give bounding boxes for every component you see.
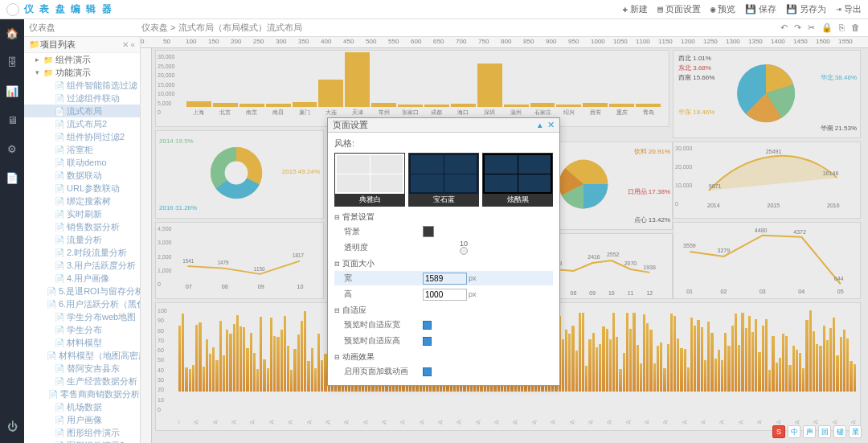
tree-item[interactable]: 📄替阿安吉县东 <box>24 362 140 375</box>
tree-item[interactable]: 📄3.用户活跃度分析 <box>24 259 140 272</box>
fb-3[interactable]: 回 <box>818 425 831 438</box>
pie-label: 2015 49.24% <box>282 168 320 175</box>
pie-year-panel[interactable]: 2014 19.5% 2015 49.24% 2016 31.26% <box>155 130 324 219</box>
pie-label: 西北 1.01% <box>678 54 711 63</box>
pin-icon[interactable]: ✕ « <box>122 40 135 49</box>
tree-folder[interactable]: ▾📁功能演示 <box>24 66 140 79</box>
fb-4[interactable]: 键 <box>833 425 846 438</box>
fb-1[interactable]: 中 <box>788 425 800 438</box>
height-input[interactable] <box>423 289 467 301</box>
bg-color-swatch[interactable] <box>423 226 434 237</box>
tree-item[interactable]: 📄2.时段流量分析 <box>24 246 140 259</box>
sidebar[interactable]: 📁 项目列表 ✕ « ▸📁组件演示 ▾📁功能演示 📄组件智能筛选过滤📄过滤组件联… <box>24 37 141 443</box>
pie-label: 点心 13.42% <box>634 215 670 224</box>
undo-icon[interactable]: ↶ <box>780 23 788 33</box>
rail-dashboard-icon[interactable]: 📊 <box>5 84 19 98</box>
tree-item[interactable]: 📄机场数据 <box>24 400 140 413</box>
tree-item[interactable]: 📄生产经营数据分析 <box>24 375 140 388</box>
section-size[interactable]: ⊟页面大小 <box>334 258 553 269</box>
cut-icon[interactable]: ✂ <box>808 23 815 33</box>
fb-s[interactable]: S <box>772 425 785 438</box>
fb-2[interactable]: 声 <box>803 425 816 438</box>
svg-text:2014: 2014 <box>707 203 720 209</box>
save-icon: 💾 <box>745 4 756 14</box>
width-input[interactable] <box>423 273 467 285</box>
theme-blue[interactable]: 宝石蓝 <box>408 153 479 207</box>
bar-chart-panel[interactable]: 30,00025,00020,00015,00010,0005,0000 上海北… <box>155 50 669 127</box>
line-mini-panel-1[interactable]: 4,5003,0002,0001,0000 15411479 11501817 … <box>155 222 324 299</box>
tree-item[interactable]: 📄流式布局 <box>24 105 140 117</box>
tree-item[interactable]: 📄流式布局2 <box>24 117 140 130</box>
pie-region-panel[interactable]: 西北 1.01% 东北 3.68% 西南 15.66% 华北 38.46% 华南… <box>673 50 861 138</box>
tree-item[interactable]: 📄学生分布 <box>24 323 140 336</box>
svg-text:2070: 2070 <box>624 260 637 266</box>
pie-label: 华东 18.46% <box>678 108 714 117</box>
section-anim[interactable]: ⊟动画效果 <box>334 351 553 363</box>
line-mini-panel-2[interactable]: 20182416 25522070 1938 0708 0910 1112 <box>544 233 673 299</box>
tree-item[interactable]: 📄URL参数联动 <box>24 182 140 195</box>
tree-item[interactable]: 📄实时刷新 <box>24 207 140 220</box>
theme-black[interactable]: 炫酷黑 <box>482 153 553 207</box>
tree-item[interactable]: 📄材料模型 <box>24 336 140 349</box>
tree-item[interactable]: 📄数据联动 <box>24 169 140 182</box>
page-settings-button[interactable]: ▤页面设置 <box>657 3 701 15</box>
delete-icon[interactable]: 🗑 <box>851 23 860 33</box>
adapt-w-checkbox[interactable] <box>423 321 432 330</box>
line-chart: 20182416 25522070 1938 0708 0910 1112 <box>545 234 672 298</box>
pie-label: 西南 15.66% <box>678 73 714 82</box>
tree-item[interactable]: 📄图形组件演示2 <box>24 439 140 443</box>
tree-item[interactable]: 📄组件智能筛选过滤 <box>24 79 140 92</box>
tree-item[interactable]: 📄图形组件演示 <box>24 426 140 439</box>
tree-item[interactable]: 📄5.是退ROI与留存分析 <box>24 285 140 297</box>
export-button[interactable]: ⇥导出 <box>836 3 862 15</box>
close-icon[interactable]: ✕ <box>547 120 555 130</box>
modal-header[interactable]: 页面设置 ▴ ✕ <box>328 118 559 133</box>
rail-power-icon[interactable]: ⏻ <box>5 419 19 433</box>
save-as-button[interactable]: 💾另存为 <box>786 3 826 15</box>
anim-checkbox[interactable] <box>423 367 432 376</box>
app-title: 仪 表 盘 编 辑 器 <box>24 2 113 16</box>
tree-item[interactable]: 📄组件协同过滤2 <box>24 130 140 143</box>
tree-folder[interactable]: ▸📁组件演示 <box>24 53 140 66</box>
pie-label: 日用品 17.38% <box>628 187 670 196</box>
tree-item[interactable]: 📄流量分析 <box>24 233 140 246</box>
page-settings-modal: 页面设置 ▴ ✕ 风格: 典雅白 宝石蓝 炫酷黑 ⊟背景设置 背景 透明度 10… <box>327 117 560 386</box>
tree-item[interactable]: 📄绑定搜索树 <box>24 195 140 207</box>
preview-button[interactable]: ◉预览 <box>710 3 736 15</box>
rail-doc-icon[interactable]: 📄 <box>5 170 19 185</box>
line-mini-panel-3[interactable]: 35593279 44804372 644 0102 0304 05 <box>673 222 861 299</box>
tree-item[interactable]: 📄用户画像 <box>24 413 140 426</box>
ruler-vertical <box>141 48 152 443</box>
rail-database-icon[interactable]: 🗄 <box>5 55 19 69</box>
tree-item[interactable]: 📄学生分布web地图 <box>24 310 140 323</box>
fb-5[interactable]: 菜 <box>849 425 862 438</box>
rail-share-icon[interactable]: ⚙ <box>5 142 19 156</box>
tree-item[interactable]: 📄联动demo <box>24 156 140 169</box>
svg-text:2016: 2016 <box>827 203 840 209</box>
new-button[interactable]: ✚新建 <box>623 3 649 15</box>
style-label: 风格: <box>334 137 553 150</box>
redo-icon[interactable]: ↷ <box>794 23 801 33</box>
modal-title: 页面设置 <box>333 119 368 131</box>
rail-monitor-icon[interactable]: 🖥 <box>5 113 19 127</box>
tree-item[interactable]: 📄4.用户画像 <box>24 272 140 285</box>
tree-item[interactable]: 📄材料模型（地图高密度） <box>24 349 140 362</box>
minimize-icon[interactable]: ▴ <box>538 120 542 130</box>
tree-item[interactable]: 📄销售数据分析 <box>24 220 140 233</box>
line-year-panel[interactable]: 30,00020,00010,0000 9871 25491 16146 201… <box>673 142 861 219</box>
save-button[interactable]: 💾保存 <box>745 3 776 15</box>
tree-item[interactable]: 📄浴室柜 <box>24 143 140 156</box>
opacity-slider[interactable]: 10 <box>423 242 553 253</box>
tree-item[interactable]: 📄零售商商销数据分析 <box>24 388 140 400</box>
tree-item[interactable]: 📄6.用户活跃分析（黑色） <box>24 297 140 310</box>
section-adapt[interactable]: ⊟自适应 <box>334 305 553 316</box>
section-bg[interactable]: ⊟背景设置 <box>334 211 553 223</box>
rail-home-icon[interactable]: 🏠 <box>5 26 19 40</box>
adapt-h-checkbox[interactable] <box>423 337 432 346</box>
lock-icon[interactable]: 🔒 <box>821 23 833 33</box>
copy-icon[interactable]: ⎘ <box>839 23 845 33</box>
theme-white[interactable]: 典雅白 <box>334 153 405 207</box>
pie-category-panel[interactable]: 饮料 20.91% 日用品 17.38% 点心 13.42% <box>544 142 673 230</box>
tree-item[interactable]: 📄过滤组件联动 <box>24 92 140 105</box>
pie-label: 华北 38.46% <box>821 73 857 82</box>
